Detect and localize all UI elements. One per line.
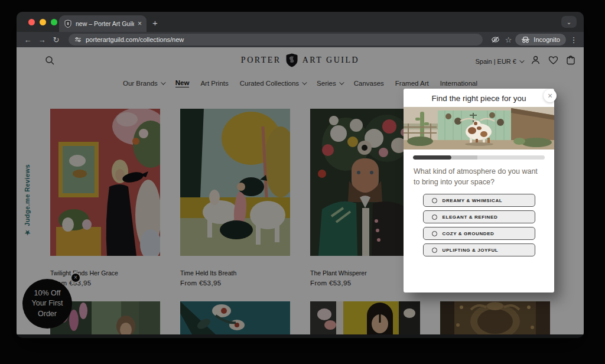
quiz-image-longhorn-barn [404,107,554,150]
tab-search-chevron-icon[interactable]: ⌄ [561,16,577,28]
radio-icon[interactable] [432,248,437,253]
forward-icon[interactable]: → [37,36,47,44]
browser-window: new – Porter Art Guild × + ⌄ ← → ↻ porte… [17,12,584,338]
option-dreamy-whimsical[interactable]: DREAMY & WHIMSICAL [423,194,535,207]
bookmark-star-icon[interactable]: ☆ [505,35,512,44]
back-icon[interactable]: ← [22,36,33,44]
radio-icon[interactable] [432,214,437,220]
refresh-icon[interactable]: ↻ [51,36,61,44]
quiz-title: Find the right piece for you [404,89,554,103]
progress-filled [413,155,451,160]
browser-menu-kebab-icon[interactable]: ⋮ [570,35,578,44]
tab-strip: new – Porter Art Guild × + ⌄ [17,12,584,32]
radio-icon[interactable] [432,198,437,203]
tab-close-icon[interactable]: × [138,20,142,27]
incognito-badge: Incognito [515,34,566,46]
close-window-button[interactable] [28,19,35,25]
incognito-label: Incognito [534,36,560,43]
eye-off-icon[interactable] [490,36,502,43]
traffic-lights [28,19,57,25]
browser-tab[interactable]: new – Porter Art Guild × [59,15,147,32]
address-bar[interactable]: porterartguild.com/collections/new [69,34,483,46]
screenshot-stage: new – Porter Art Guild × + ⌄ ← → ↻ porte… [0,0,605,364]
option-uplifting-joyful[interactable]: UPLIFTING & JOYFUL [423,243,535,256]
zoom-window-button[interactable] [51,19,57,25]
option-elegant-refined[interactable]: ELEGANT & REFINED [423,210,535,223]
quiz-progress-bar [413,155,545,160]
browser-toolbar: ← → ↻ porterartguild.com/collections/new… [17,32,584,47]
option-cozy-grounded[interactable]: COZY & GROUNDED [423,227,535,240]
tab-title: new – Porter Art Guild [76,20,134,27]
incognito-icon [521,37,530,43]
radio-icon[interactable] [432,231,437,236]
favicon-shield-icon [64,20,72,28]
new-tab-button[interactable]: + [152,18,158,27]
quiz-options: DREAMY & WHIMSICAL ELEGANT & REFINED COZ… [404,194,554,256]
quiz-question: What kind of atmosphere do you want to b… [414,166,544,187]
minimize-window-button[interactable] [40,19,46,25]
quiz-modal: Find the right piece for you × [404,89,554,292]
url-text[interactable]: porterartguild.com/collections/new [86,36,184,43]
site-settings-tune-icon[interactable] [74,36,82,43]
progress-secondary [451,155,478,160]
modal-close-icon[interactable]: × [544,89,557,102]
page-content: PORTER ART GUILD Spain | EUR € [17,47,584,334]
